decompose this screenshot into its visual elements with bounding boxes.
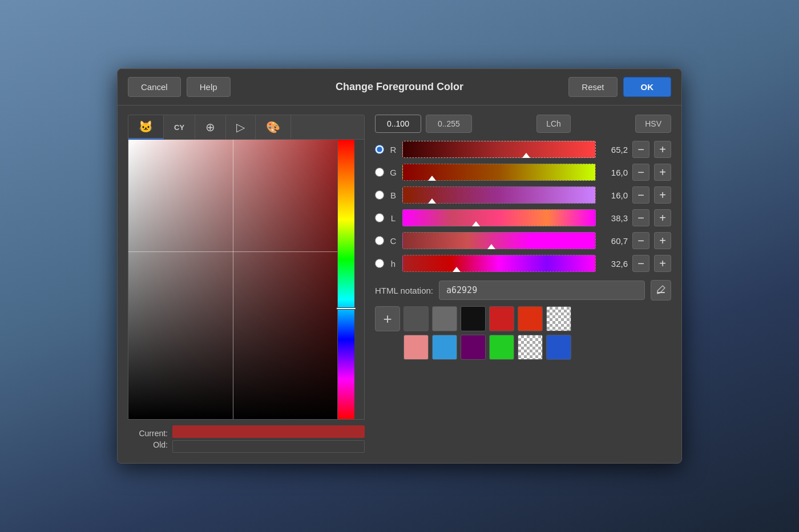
slider-g[interactable] [402,164,596,181]
cyk-icon: CY [174,123,184,132]
channel-value-r: 65,2 [600,145,628,155]
palette-icon: 🎨 [266,120,280,134]
channel-value-g: 16,0 [600,168,628,177]
html-edit-button[interactable] [651,280,671,300]
channel-row-b: B 16,0 − + [375,186,671,204]
old-label: Old: [153,440,168,449]
channel-plus-h[interactable]: + [654,255,671,272]
slider-thumb-h [453,267,461,272]
edit-icon [656,285,666,295]
old-swatch[interactable] [172,440,365,453]
channel-label-h: h [389,259,398,269]
channel-row-r: R 65,2 − + [375,141,671,158]
palette-row-2 [403,335,571,360]
html-notation-input[interactable] [439,281,645,300]
channel-minus-c[interactable]: − [632,232,649,249]
hue-slider[interactable] [337,140,354,419]
channel-label-r: R [389,145,398,155]
swatch-1-2[interactable] [432,306,457,331]
range-100-button[interactable]: 0..100 [375,115,421,133]
channel-radio-h[interactable] [375,259,384,268]
channel-plus-b[interactable]: + [654,186,671,204]
hue-slider-handle [336,307,356,310]
channel-minus-g[interactable]: − [632,164,649,181]
tab-triangle[interactable]: ▷ [226,115,256,139]
html-notation-label: HTML notation: [375,286,433,295]
channel-value-c: 60,7 [600,236,628,246]
slider-c[interactable] [402,232,596,249]
lch-button[interactable]: LCh [536,115,571,133]
slider-thumb-c [487,244,495,249]
hsv-button[interactable]: HSV [635,115,671,133]
tab-wheel[interactable]: ⊕ [195,115,226,139]
channel-radio-l[interactable] [375,213,384,222]
tab-bar: 🐱 CY ⊕ ▷ 🎨 [128,115,365,139]
left-panel: 🐱 CY ⊕ ▷ 🎨 [128,115,365,453]
slider-thumb-g [428,176,436,181]
triangle-icon: ▷ [236,120,245,134]
right-panel: 0..100 0..255 LCh HSV R 65,2 − + G [375,115,671,453]
channel-minus-l[interactable]: − [632,209,649,226]
color-gradient[interactable] [128,140,337,419]
slider-l[interactable] [402,209,596,226]
dialog-header: Cancel Help Change Foreground Color Rese… [118,69,681,105]
swatch-2-2[interactable] [432,335,457,360]
color-area-container [128,139,365,420]
channel-plus-c[interactable]: + [654,232,671,249]
slider-h[interactable] [402,255,596,272]
swatch-2-6[interactable] [546,335,571,360]
channel-row-c: C 60,7 − + [375,232,671,249]
top-controls: 0..100 0..255 LCh HSV [375,115,671,133]
swatch-2-4[interactable] [489,335,514,360]
channel-minus-r[interactable]: − [632,141,649,158]
tab-cyk[interactable]: CY [164,115,195,139]
slider-b[interactable] [402,186,596,204]
slider-thumb-r [522,153,530,158]
help-button[interactable]: Help [187,77,231,97]
channel-radio-b[interactable] [375,190,384,200]
ok-button[interactable]: OK [623,77,672,97]
slider-thumb-l [472,221,480,226]
swatch-2-5[interactable] [518,335,543,360]
palette-add-button[interactable]: + [375,306,400,331]
dialog-title: Change Foreground Color [236,81,563,93]
slider-r[interactable] [402,141,596,158]
cancel-button[interactable]: Cancel [128,77,181,97]
swatch-1-1[interactable] [403,306,429,331]
current-swatch[interactable] [172,425,365,438]
channel-row-g: G 16,0 − + [375,164,671,181]
swatch-1-4[interactable] [489,306,514,331]
channel-label-b: B [389,190,398,200]
swatch-1-3[interactable] [461,306,486,331]
current-old-row: Current: Old: [128,425,365,453]
channel-minus-h[interactable]: − [632,255,649,272]
channel-value-h: 32,6 [600,259,628,269]
channel-value-l: 38,3 [600,213,628,223]
swatch-1-5[interactable] [518,306,543,331]
swatch-2-3[interactable] [461,335,486,360]
channel-plus-l[interactable]: + [654,209,671,226]
swatch-1-6[interactable] [546,306,571,331]
gimp-icon: 🐱 [139,120,153,133]
color-dialog: Cancel Help Change Foreground Color Rese… [117,68,682,464]
channel-row-l: L 38,3 − + [375,209,671,226]
current-old-swatches [172,425,365,453]
channel-label-l: L [389,213,398,223]
channel-radio-r[interactable] [375,145,384,154]
channel-minus-b[interactable]: − [632,186,649,204]
range-255-button[interactable]: 0..255 [426,115,472,133]
palette-row-1 [403,306,571,331]
reset-button[interactable]: Reset [568,77,617,97]
channel-plus-r[interactable]: + [654,141,671,158]
channel-radio-g[interactable] [375,168,384,177]
wheel-icon: ⊕ [205,120,215,134]
swatch-2-1[interactable] [403,335,429,360]
channel-value-b: 16,0 [600,190,628,200]
channel-plus-g[interactable]: + [654,164,671,181]
tab-palette[interactable]: 🎨 [256,115,291,139]
slider-thumb-b [428,198,436,204]
channel-radio-c[interactable] [375,236,384,245]
tab-gimp[interactable]: 🐱 [128,115,164,139]
html-notation-row: HTML notation: [375,280,671,300]
channel-label-g: G [389,168,398,177]
